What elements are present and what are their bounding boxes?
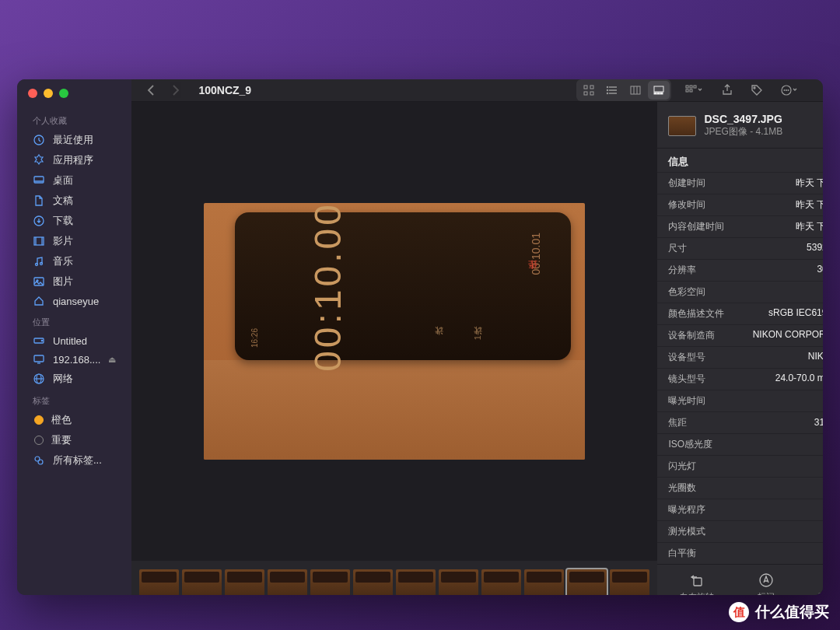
svg-rect-49 bbox=[694, 578, 702, 586]
back-button[interactable] bbox=[142, 84, 159, 96]
info-row: 创建时间昨天 下午4:26 bbox=[657, 172, 823, 194]
info-key: 修改时间 bbox=[668, 198, 705, 212]
sidebar-item-影片[interactable]: 影片 bbox=[17, 231, 131, 251]
thumbnail[interactable] bbox=[524, 569, 564, 595]
thumbnail[interactable] bbox=[567, 569, 607, 595]
sidebar-item-label: Untitled bbox=[53, 335, 87, 347]
lap-record-label: 计次 1 bbox=[472, 335, 484, 342]
svg-rect-40 bbox=[690, 89, 692, 92]
content-area: 16:26 00:10.00 00:10.01 停止 计次 计次 1 bbox=[131, 102, 823, 595]
sidebar-item-所有标签...[interactable]: 所有标签... bbox=[17, 450, 131, 471]
gallery-view-button[interactable] bbox=[648, 81, 670, 100]
info-row: 镜头型号24.0-70.0 mm f/4.0 bbox=[657, 368, 823, 390]
action-menu-button[interactable] bbox=[775, 81, 802, 100]
svg-rect-20 bbox=[584, 86, 587, 89]
thumbnail[interactable] bbox=[439, 569, 478, 595]
info-key: 色彩空间 bbox=[668, 285, 705, 299]
sidebar-item-应用程序[interactable]: 应用程序 bbox=[17, 150, 131, 170]
sidebar-item-下载[interactable]: 下载 bbox=[17, 211, 131, 231]
film-icon bbox=[33, 235, 45, 247]
preview-image[interactable]: 16:26 00:10.00 00:10.01 停止 计次 计次 1 bbox=[204, 203, 585, 460]
svg-point-46 bbox=[788, 89, 789, 91]
info-row: 曝光程序手动 bbox=[657, 499, 823, 520]
sidebar-item-Untitled[interactable]: Untitled bbox=[17, 331, 131, 350]
info-row: 修改时间昨天 下午4:26 bbox=[657, 194, 823, 215]
sidebar-item-最近使用[interactable]: 最近使用 bbox=[17, 130, 131, 150]
markup-action[interactable]: 标记 bbox=[758, 572, 775, 595]
svg-point-29 bbox=[607, 93, 608, 94]
rotate-left-action[interactable]: 向左旋转 bbox=[680, 572, 714, 595]
sidebar-item-网络[interactable]: 网络 bbox=[17, 369, 131, 389]
sidebar-item-图片[interactable]: 图片 bbox=[17, 271, 131, 292]
eject-icon[interactable]: ⏏ bbox=[108, 355, 116, 365]
thumbnail[interactable] bbox=[610, 569, 649, 595]
info-key: 分辨率 bbox=[668, 264, 696, 277]
file-name: DSC_3497.JPG bbox=[704, 113, 782, 125]
svg-rect-21 bbox=[590, 86, 593, 89]
zoom-button[interactable] bbox=[59, 89, 68, 98]
thumbnail[interactable] bbox=[396, 569, 436, 595]
inspector-header: DSC_3497.JPG JPEG图像 - 4.1MB bbox=[657, 102, 823, 148]
info-rows: 创建时间昨天 下午4:26修改时间昨天 下午4:26内容创建时间昨天 下午4:2… bbox=[657, 172, 823, 564]
app-icon bbox=[33, 154, 45, 166]
svg-rect-35 bbox=[657, 93, 660, 94]
svg-point-7 bbox=[36, 264, 38, 266]
home-icon bbox=[33, 295, 45, 307]
sidebar-section-tags: 标签 bbox=[17, 389, 131, 410]
thumbnail[interactable] bbox=[353, 569, 393, 595]
sidebar-item-桌面[interactable]: 桌面 bbox=[17, 170, 131, 191]
sidebar-item-192.168....[interactable]: 192.168....⏏ bbox=[17, 350, 131, 369]
sidebar-item-qianseyue[interactable]: qianseyue bbox=[17, 292, 131, 310]
info-key: 设备制造商 bbox=[668, 329, 715, 342]
svg-point-27 bbox=[607, 87, 608, 88]
sidebar-item-label: 音乐 bbox=[53, 254, 73, 268]
info-value: NIKON Z 9 bbox=[808, 351, 823, 364]
group-by-button[interactable] bbox=[679, 81, 709, 100]
info-section-header: 信息 更少 bbox=[657, 148, 823, 172]
thumbnail[interactable] bbox=[268, 569, 307, 595]
thumbnail[interactable] bbox=[139, 569, 179, 595]
info-key: 设备型号 bbox=[668, 351, 705, 364]
desktop-icon bbox=[33, 174, 45, 187]
info-row: 色彩空间RGB bbox=[657, 281, 823, 303]
file-kind-size: JPEG图像 - 4.1MB bbox=[704, 125, 782, 138]
sidebar-item-label: 文稿 bbox=[53, 194, 73, 208]
minimize-button[interactable] bbox=[44, 89, 53, 98]
info-value: 24.0-70.0 mm f/4.0 bbox=[775, 373, 823, 386]
info-row: 内容创建时间昨天 下午4:26 bbox=[657, 215, 823, 237]
globe-icon bbox=[33, 373, 45, 385]
thumbnail[interactable] bbox=[182, 569, 222, 595]
sidebar-item-文稿[interactable]: 文稿 bbox=[17, 191, 131, 211]
folder-title: 100NCZ_9 bbox=[198, 84, 251, 96]
svg-point-42 bbox=[754, 87, 755, 89]
info-key: ISO感光度 bbox=[668, 438, 712, 451]
close-button[interactable] bbox=[28, 89, 37, 98]
sidebar-item-音乐[interactable]: 音乐 bbox=[17, 251, 131, 271]
thumbnail[interactable] bbox=[225, 569, 264, 595]
forward-button[interactable] bbox=[167, 84, 184, 96]
tag-button[interactable] bbox=[746, 81, 768, 100]
rotate-left-icon bbox=[689, 572, 705, 588]
inspector-panel: DSC_3497.JPG JPEG图像 - 4.1MB 信息 更少 创建时间昨天… bbox=[657, 102, 823, 595]
svg-rect-34 bbox=[654, 93, 656, 94]
sidebar-item-橙色[interactable]: 橙色 bbox=[17, 410, 131, 430]
info-row: 闪光灯否 bbox=[657, 455, 823, 477]
sidebar-item-label: 所有标签... bbox=[53, 453, 102, 467]
info-key: 曝光程序 bbox=[668, 503, 705, 516]
list-view-button[interactable] bbox=[601, 81, 623, 100]
column-view-button[interactable] bbox=[625, 81, 646, 100]
svg-point-8 bbox=[40, 263, 43, 265]
thumbnail-strip[interactable] bbox=[131, 561, 657, 595]
more-action[interactable]: 更多... bbox=[818, 572, 823, 595]
sidebar-item-label: 橙色 bbox=[51, 413, 72, 427]
markup-icon bbox=[758, 572, 774, 588]
sidebar-item-label: 下载 bbox=[53, 214, 73, 228]
thumbnail[interactable] bbox=[310, 569, 350, 595]
phone-status-time: 16:26 bbox=[250, 328, 259, 348]
info-value: 昨天 下午4:26 bbox=[796, 220, 823, 233]
share-button[interactable] bbox=[716, 81, 738, 100]
stopwatch-lap-time: 00:10.01 bbox=[530, 233, 542, 275]
sidebar-item-重要[interactable]: 重要 bbox=[17, 430, 131, 450]
thumbnail[interactable] bbox=[481, 569, 521, 595]
icon-view-button[interactable] bbox=[578, 81, 600, 100]
